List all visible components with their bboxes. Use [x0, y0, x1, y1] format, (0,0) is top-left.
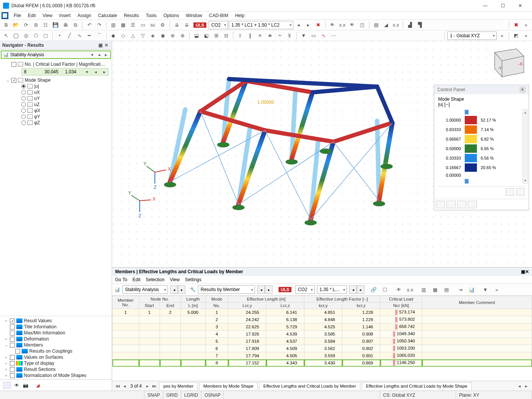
- checkbox[interactable]: [10, 361, 15, 366]
- radio[interactable]: [21, 102, 26, 107]
- checkbox[interactable]: [11, 62, 16, 67]
- tmenu-selection[interactable]: Selection: [146, 277, 165, 282]
- t2-icon[interactable]: ◇: [119, 31, 128, 40]
- results-table[interactable]: MemberNo. Node No. Length Mode Effective…: [112, 296, 532, 367]
- refresh-icon[interactable]: ⟳: [21, 21, 30, 30]
- t-link-icon[interactable]: 🔗: [369, 285, 378, 294]
- viewport-3d[interactable]: 1.00000 X Y Z X Y Z: [112, 41, 532, 267]
- tab-scroll-right-icon[interactable]: ▸: [523, 383, 530, 389]
- script-icon[interactable]: sc: [148, 21, 157, 30]
- chart2-icon[interactable]: ▜: [415, 21, 424, 30]
- legend-scrollbar[interactable]: ▴▾: [522, 109, 528, 184]
- combo-cs[interactable]: 1 - Global XYZ: [447, 32, 497, 40]
- radio[interactable]: [21, 84, 26, 89]
- status-snap[interactable]: SNAP: [144, 391, 163, 399]
- mode-item-u[interactable]: |u|: [16, 83, 112, 89]
- t3-icon[interactable]: △: [128, 31, 138, 40]
- t-prev1-icon[interactable]: ◂: [170, 285, 178, 294]
- nav-prev-icon[interactable]: ◂: [97, 52, 102, 57]
- checkbox[interactable]: [15, 349, 20, 354]
- v2-icon[interactable]: ‖: [245, 31, 255, 40]
- prev-lc-icon[interactable]: ◂: [294, 21, 303, 30]
- row-next-icon[interactable]: ▸: [103, 70, 106, 74]
- maximize-button[interactable]: ☐: [494, 0, 511, 11]
- table-row[interactable]: 617.8094.5093.5620.9021063.200: [112, 345, 532, 352]
- chev-icon[interactable]: »: [521, 21, 530, 30]
- nav-tab-data-icon[interactable]: [3, 382, 11, 389]
- close-button[interactable]: ✕: [511, 0, 529, 11]
- t-g2-icon[interactable]: ▦: [431, 285, 440, 294]
- t-prev3-icon[interactable]: ◂: [349, 285, 357, 294]
- menu-options[interactable]: Options: [160, 12, 182, 19]
- table-combo-analysis[interactable]: Stability Analysis: [122, 285, 168, 294]
- t-chart-icon[interactable]: 📊: [467, 285, 476, 294]
- v1-icon[interactable]: ⫴: [236, 31, 245, 40]
- tab-1[interactable]: pes by Member: [159, 382, 198, 390]
- val-xxx-icon[interactable]: x.x: [391, 21, 401, 30]
- table-row[interactable]: 517.9184.5373.5840.9071050.340: [112, 338, 532, 345]
- opt-maxmin[interactable]: Max/Min Information: [0, 330, 112, 336]
- render-icon[interactable]: ▧: [372, 21, 381, 30]
- checkbox[interactable]: [10, 331, 15, 336]
- tab-2[interactable]: Members by Mode Shape: [199, 382, 258, 390]
- ctrl-tab-doc-icon[interactable]: [468, 201, 477, 208]
- label-xxx-icon[interactable]: x.x: [338, 21, 347, 30]
- next-lc-icon[interactable]: ▸: [304, 21, 313, 30]
- table-row[interactable]: 1125.000124.2556.1414.8511.228573.174: [112, 309, 532, 316]
- nav-tab-cam-icon[interactable]: 📷: [23, 383, 28, 388]
- view-eye-icon[interactable]: 👁: [328, 21, 337, 30]
- loads2-icon[interactable]: ⇊: [182, 21, 191, 30]
- sel-poly-icon[interactable]: ⬠: [31, 31, 40, 40]
- list-icon[interactable]: ☰: [128, 21, 138, 30]
- ctrl-tab-list-icon[interactable]: [457, 201, 466, 208]
- t-combo-co[interactable]: CO2: [295, 285, 315, 294]
- filter-x-icon[interactable]: ✖: [314, 21, 323, 30]
- tab-next-icon[interactable]: ▸: [144, 383, 151, 389]
- u4-icon[interactable]: ⊟: [222, 31, 231, 40]
- t1-icon[interactable]: ◆: [109, 31, 118, 40]
- graph-icon[interactable]: ∿: [319, 31, 328, 40]
- ctrl-tab-legend-icon[interactable]: [436, 201, 445, 208]
- sel-rect-icon[interactable]: ▢: [41, 31, 50, 40]
- menu-tools[interactable]: Tools: [143, 12, 160, 19]
- u2-icon[interactable]: ⬕: [202, 31, 211, 40]
- t-g1-icon[interactable]: ▥: [419, 285, 428, 294]
- isoline-icon[interactable]: ◢: [382, 21, 391, 30]
- radio[interactable]: [21, 90, 26, 95]
- v4-icon[interactable]: ⩩: [265, 31, 274, 40]
- radio[interactable]: [21, 120, 26, 125]
- tmenu-edit[interactable]: Edit: [133, 277, 141, 282]
- copy-icon[interactable]: ⧉: [71, 21, 80, 30]
- t5-icon[interactable]: ◈: [148, 31, 157, 40]
- mode-item-ux[interactable]: uX: [16, 89, 112, 95]
- status-osnap[interactable]: OSNAP: [201, 391, 224, 399]
- t-chev-icon[interactable]: »: [492, 285, 501, 294]
- menu-insert[interactable]: Insert: [56, 12, 74, 19]
- save-icon[interactable]: 💾: [51, 21, 60, 30]
- menu-results[interactable]: Results: [121, 12, 142, 19]
- status-grid[interactable]: GRID: [163, 391, 181, 399]
- table-row[interactable]: 417.9264.5393.5850.9081049.340: [112, 331, 532, 338]
- t-sel-icon[interactable]: ☐: [380, 285, 390, 294]
- redo-icon[interactable]: ↷: [95, 21, 104, 30]
- tmenu-view[interactable]: View: [170, 277, 180, 282]
- chev3-icon[interactable]: »: [521, 31, 530, 40]
- view-eye2-icon[interactable]: 👁: [348, 21, 357, 30]
- checkbox[interactable]: [11, 78, 16, 83]
- slider-min-handle[interactable]: [465, 179, 469, 184]
- mode-item-phiz[interactable]: φZ: [16, 120, 112, 126]
- v6-icon[interactable]: ⊻: [285, 31, 294, 40]
- opt-result-sections[interactable]: ›Result Sections: [0, 366, 112, 372]
- tab-prev-icon[interactable]: ◂: [121, 383, 128, 389]
- slider-max-handle[interactable]: [465, 110, 469, 114]
- ctrl-tab-scale-icon[interactable]: [446, 201, 456, 208]
- table-combo-results[interactable]: Results by Member: [198, 285, 255, 294]
- radio[interactable]: [21, 114, 26, 119]
- menu-view[interactable]: View: [40, 12, 55, 19]
- menu-cadbim[interactable]: CAD-BIM: [206, 12, 231, 19]
- cancel-icon[interactable]: ✖: [511, 21, 521, 30]
- grid-icon[interactable]: ▦: [119, 21, 128, 30]
- combo-co[interactable]: CO2: [209, 21, 228, 29]
- tmenu-goto[interactable]: Go To: [115, 277, 127, 282]
- tree-mode-shape[interactable]: ⌵ Mode Shape: [0, 77, 112, 83]
